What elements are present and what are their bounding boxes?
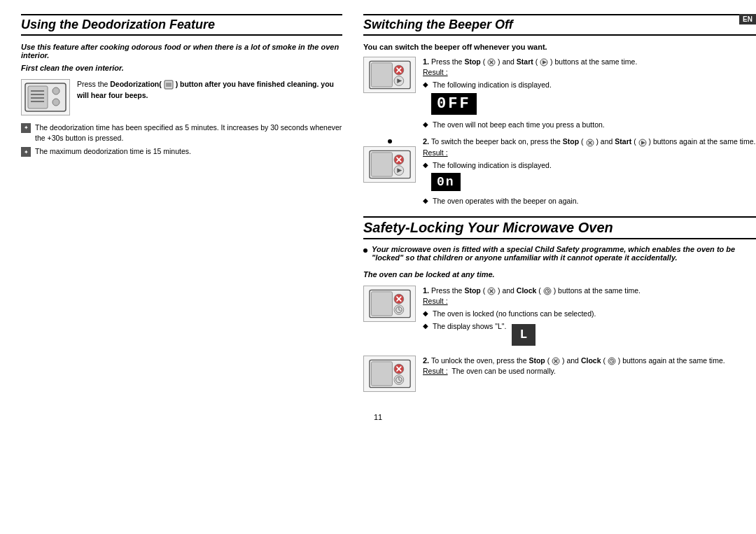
svg-rect-53	[371, 362, 392, 386]
deodorization-text: Press the Deodorization( ) button after …	[77, 79, 342, 101]
safety-step2: 2. To unlock the oven, press the Stop ( …	[363, 356, 756, 392]
bullet-icon-1: ✦	[21, 123, 31, 133]
lock-lcd: L	[512, 324, 536, 346]
right-column: EN Switching the Beeper Off You can swit…	[363, 14, 756, 399]
beeper-step1-icon	[363, 57, 416, 129]
safety-title: Safety-Locking Your Microwave Oven	[363, 216, 756, 239]
safety-step1: 1. Press the Stop ( ) and Clock ( ) butt…	[363, 286, 756, 349]
beeper-step1-text: 1. Press the Stop ( ) and Start ( ) butt…	[423, 57, 756, 129]
svg-rect-13	[371, 63, 392, 87]
svg-rect-37	[371, 292, 392, 316]
lock-any-time: The oven can be locked at any time.	[363, 270, 756, 279]
safety-step2-text: 2. To unlock the oven, press the Stop ( …	[423, 356, 756, 392]
beeper-off-lcd: 0FF	[431, 93, 477, 115]
safety-step1-result1: ◆ The oven is locked (no functions can b…	[423, 309, 756, 319]
svg-rect-1	[28, 86, 48, 108]
step2-result2: ◆ The oven operates with the beeper on a…	[423, 196, 756, 206]
deodorization-instruction-row: Press the Deodorization( ) button after …	[21, 79, 342, 115]
step2-bullet-dot	[388, 139, 392, 143]
bullet-list: ✦ The deodorization time has been specif…	[21, 122, 342, 157]
first-clean-label: First clean the oven interior.	[21, 64, 342, 72]
safety-intro: Your microwave oven is fitted with a spe…	[372, 245, 756, 262]
safety-bullet	[363, 248, 368, 253]
svg-point-7	[52, 99, 59, 106]
beeper-step2-text: 2. To switch the beeper back on, press t…	[423, 136, 756, 206]
safety-step1-result2: ◆ The display shows "L". L	[423, 321, 756, 349]
en-badge: EN	[739, 14, 756, 24]
safety-step2-icon	[363, 356, 416, 392]
left-section-title: Using the Deodorization Feature	[21, 14, 342, 36]
safety-step1-icon	[363, 286, 416, 349]
svg-point-6	[52, 87, 59, 94]
intro-text: Use this feature after cooking odorous f…	[21, 43, 342, 59]
deodorization-button-icon	[21, 79, 70, 115]
svg-rect-25	[371, 153, 392, 176]
beeper-on-lcd: 0n	[431, 173, 461, 191]
bullet-icon-2: ✦	[21, 147, 31, 157]
bullet-item-2: ✦ The maximum deodorization time is 15 m…	[21, 146, 342, 157]
beeper-step1: 1. Press the Stop ( ) and Start ( ) butt…	[363, 57, 756, 129]
safety-section: Safety-Locking Your Microwave Oven Your …	[363, 216, 756, 392]
safety-step1-text: 1. Press the Stop ( ) and Clock ( ) butt…	[423, 286, 756, 349]
step1-result2: ◆ The oven will not beep each time you p…	[423, 120, 756, 130]
page-number: 11	[21, 413, 735, 421]
step2-result1: ◆ The following indication is displayed.	[423, 160, 756, 171]
bullet-item-1: ✦ The deodorization time has been specif…	[21, 122, 342, 143]
step1-result1: ◆ The following indication is displayed.	[423, 80, 756, 90]
left-column: Using the Deodorization Feature Use this…	[21, 14, 342, 399]
you-can-label: You can switch the beeper off whenever y…	[363, 43, 756, 51]
right-section-title: Switching the Beeper Off	[363, 14, 756, 36]
